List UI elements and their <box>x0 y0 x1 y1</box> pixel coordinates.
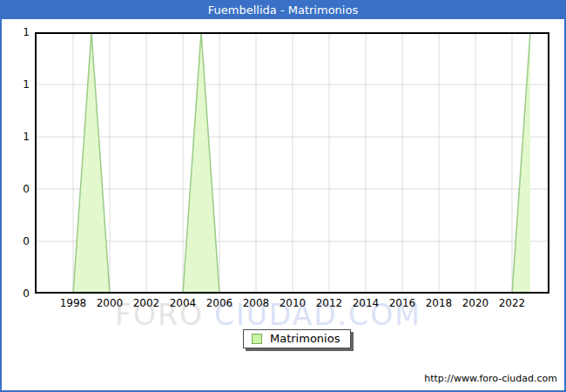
chart-window: Fuembellida - Matrimonios 111000 1998200… <box>0 0 566 392</box>
x-tick-label: 2022 <box>493 297 531 309</box>
x-tick-label: 2014 <box>347 297 385 309</box>
source-url: http://www.foro-ciudad.com <box>424 373 557 384</box>
legend-swatch-icon <box>252 334 262 344</box>
legend-item-label: Matrimonios <box>270 332 340 346</box>
y-tick-label: 0 <box>7 183 30 195</box>
area-series-fill <box>37 32 530 294</box>
x-tick-label: 2008 <box>237 297 275 309</box>
y-tick-label: 0 <box>7 235 30 247</box>
x-tick-label: 2020 <box>456 297 495 309</box>
area-series-line <box>37 32 530 294</box>
x-tick-label: 1998 <box>54 297 92 309</box>
chart-title: Fuembellida - Matrimonios <box>2 2 564 19</box>
x-tick-label: 2012 <box>310 297 348 309</box>
x-tick-label: 2018 <box>420 297 458 309</box>
vertical-gridlines <box>73 32 512 294</box>
x-tick-label: 2010 <box>273 297 312 309</box>
plot-area <box>35 32 549 294</box>
y-tick-label: 1 <box>7 26 30 38</box>
x-tick-label: 2002 <box>127 297 165 309</box>
y-tick-label: 1 <box>7 78 30 91</box>
x-tick-label: 2004 <box>164 297 202 309</box>
legend-box: Matrimonios <box>243 329 351 348</box>
x-tick-label: 2000 <box>91 297 129 309</box>
x-tick-label: 2006 <box>200 297 239 309</box>
x-tick-label: 2016 <box>383 297 421 309</box>
y-tick-label: 1 <box>7 131 30 143</box>
y-tick-label: 0 <box>7 287 30 300</box>
